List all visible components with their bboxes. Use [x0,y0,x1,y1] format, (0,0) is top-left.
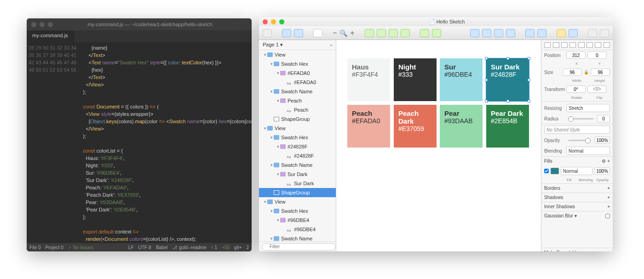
width-input[interactable] [563,68,582,76]
layer-row[interactable]: ▾Peach [259,96,336,105]
group-button[interactable] [282,29,291,37]
artboard-icon[interactable]: ▫ [330,42,332,48]
close-icon[interactable] [31,22,36,27]
status-file[interactable]: File 0 [29,245,40,250]
zoom-in-icon[interactable]: + [350,29,354,37]
swatch[interactable]: Pear#93DAAB [440,105,483,148]
ungroup-button[interactable] [294,29,303,37]
add-fill-button[interactable]: + [607,159,610,164]
bool-union-button[interactable] [365,29,374,37]
layer-row[interactable]: Peach [259,105,336,114]
code-area[interactable]: {name} </Text> <Text name="Swatch Hex" s… [80,42,252,243]
layer-row[interactable]: ShapeGroup [259,188,336,197]
distribute-v-button[interactable] [604,42,610,48]
opacity-slider[interactable] [568,140,591,141]
distribute-h-button[interactable] [595,42,601,48]
sketch-titlebar[interactable]: 📄 Hello Sketch [259,17,613,26]
artboard-button[interactable] [313,29,322,37]
resizing-select[interactable]: Stretch [566,104,610,112]
close-icon[interactable] [263,19,268,24]
swatch[interactable]: Sur#96DBE4 [440,58,483,101]
forward-button[interactable] [420,29,429,37]
mirror-button[interactable] [470,29,479,37]
swatch[interactable]: Peach#EFADA0 [347,105,390,148]
symbols-button[interactable] [557,29,566,37]
layer-row[interactable]: ShapeGroup [259,114,336,124]
layer-row[interactable]: #24828F [259,151,336,160]
status-lang[interactable]: Babel [156,245,168,250]
zoom-icon[interactable] [48,22,53,27]
status-branch[interactable]: ⎇ gold--readme [172,245,206,250]
align-bottom-button[interactable] [586,42,593,48]
minimize-icon[interactable] [271,19,276,24]
layer-row[interactable]: ▾View [259,50,336,59]
height-input[interactable] [591,68,610,76]
swatch[interactable]: Pear Dark#2E854B [486,105,529,148]
insert-button[interactable] [263,29,272,37]
flip-button[interactable]: ◁ ▷ [587,85,607,93]
status-issues[interactable]: ✓ No Issues [68,245,93,250]
swatch[interactable]: Sur Dark#24828F [486,58,529,101]
mask-button[interactable] [482,29,491,37]
layer-row[interactable]: ▾Swatch Hex [259,206,336,216]
status-ahead[interactable]: ↑ 1 [211,245,217,250]
layer-row[interactable]: ▾#EFADA0 [259,68,336,78]
position-y-input[interactable] [587,51,607,59]
export-button[interactable] [525,29,535,37]
layer-row[interactable]: ▾Swatch Name [259,234,336,241]
radius-slider[interactable] [568,118,593,120]
align-right-button[interactable] [561,42,568,48]
swatch[interactable]: Haus#F3F4F4 [347,58,390,101]
radius-input[interactable] [597,115,610,122]
layer-row[interactable]: ▾View [259,124,336,133]
status-encoding[interactable]: UTF-8 [138,245,151,250]
add-border-button[interactable]: + [607,186,610,191]
edit-button[interactable] [506,29,515,37]
editor-tab[interactable]: my-command.js [27,30,74,42]
layer-row[interactable]: Sur Dark [259,179,336,188]
swatch[interactable]: Night#333 [394,58,437,101]
layer-row[interactable]: #EFADA0 [259,78,336,87]
lock-icon[interactable]: 🔒 [584,70,589,74]
shared-style-select[interactable]: No Shared Style [544,125,610,134]
cloud-button[interactable] [537,29,546,37]
blending-select[interactable]: Normal [566,147,610,155]
bool-subtract-button[interactable] [377,29,386,37]
layer-row[interactable]: ▾Swatch Name [259,87,336,96]
align-center-button[interactable] [553,42,559,48]
layer-row[interactable]: ▾Sur Dark [259,170,336,179]
layer-row[interactable]: ▾#96DBE4 [259,216,336,225]
canvas[interactable]: Haus#F3F4F4Night#333Sur#96DBE4Sur Dark#2… [336,40,541,251]
layer-filter-input[interactable] [262,243,336,251]
add-shadow-button[interactable]: + [607,195,610,200]
view-button[interactable] [588,29,597,37]
zoom-icon[interactable] [279,19,284,24]
add-export-button[interactable]: + [607,250,610,251]
swatch[interactable]: Peach Dark#E37059 [394,105,437,148]
share-button[interactable] [600,29,609,37]
layer-row[interactable]: ▾Swatch Hex [259,59,336,68]
sync-button[interactable] [569,29,578,37]
add-inner-shadow-button[interactable]: + [607,204,610,209]
align-left-button[interactable] [544,42,551,48]
status-diff[interactable]: +55 [222,245,230,250]
zoom-out-icon[interactable]: − [333,29,337,37]
layer-row[interactable]: ▾Swatch Name [259,160,336,170]
align-middle-button[interactable] [578,42,585,48]
fill-color-chip[interactable] [551,168,559,174]
status-project[interactable]: Project 0 [45,245,63,250]
bool-difference-button[interactable] [401,29,410,37]
status-other[interactable]: 2 [246,245,249,250]
fill-mode-select[interactable]: Normal [561,167,592,175]
layer-row[interactable]: #96DBE4 [259,225,336,234]
blur-checkbox[interactable] [605,214,610,218]
layer-row[interactable]: ▾View [259,197,336,206]
bool-intersect-button[interactable] [389,29,398,37]
layer-row[interactable]: ▾#24828F [259,142,336,151]
layer-row[interactable]: ▾Swatch Hex [259,133,336,142]
page-selector[interactable]: Page 1 ▾ ▫ [259,40,336,50]
editor-titlebar[interactable]: my-command.js — ~/code/react-sketchapp/h… [27,18,252,30]
status-git[interactable]: git+ [234,245,242,250]
fill-opacity-input[interactable] [594,167,610,175]
minimize-icon[interactable] [40,22,45,27]
